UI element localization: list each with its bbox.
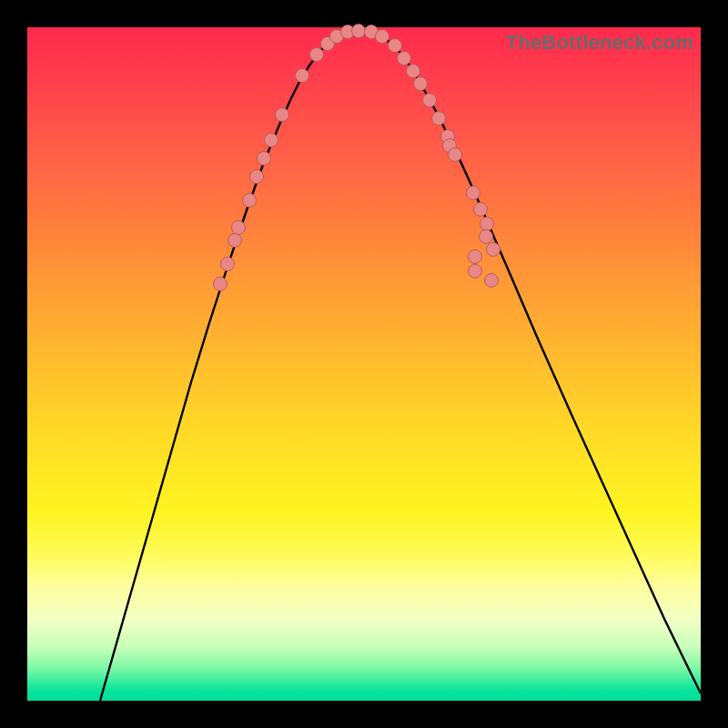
curve-markers	[214, 25, 500, 291]
curve-marker	[265, 134, 278, 147]
curve-marker	[258, 152, 271, 166]
curve-marker	[480, 217, 494, 231]
curve-marker	[474, 203, 488, 217]
curve-marker	[487, 243, 500, 257]
curve-marker	[296, 69, 309, 83]
curve-marker	[449, 148, 462, 162]
curve-marker	[423, 94, 437, 107]
curve-marker	[310, 48, 324, 62]
curve-marker	[407, 65, 420, 78]
curve-marker	[389, 39, 402, 53]
curve-marker	[414, 77, 428, 91]
curve-marker	[250, 170, 264, 184]
curve-marker	[485, 274, 499, 288]
curve-marker	[469, 250, 482, 264]
curve-marker	[376, 30, 389, 44]
curve-marker	[352, 25, 366, 38]
chart-frame: TheBottleneck.com	[0, 0, 728, 728]
curve-marker	[214, 278, 228, 291]
bottleneck-curve	[100, 31, 701, 701]
curve-marker	[469, 265, 482, 278]
curve-marker	[398, 52, 411, 66]
curve-marker	[228, 234, 242, 248]
curve-marker	[432, 112, 446, 126]
curve-marker	[467, 187, 480, 200]
curve-marker	[221, 258, 235, 271]
curve-svg	[27, 27, 701, 701]
curve-marker	[480, 230, 493, 244]
curve-marker	[232, 221, 246, 235]
plot-area: TheBottleneck.com	[27, 27, 701, 701]
curve-marker	[243, 194, 257, 207]
curve-marker	[276, 108, 289, 122]
